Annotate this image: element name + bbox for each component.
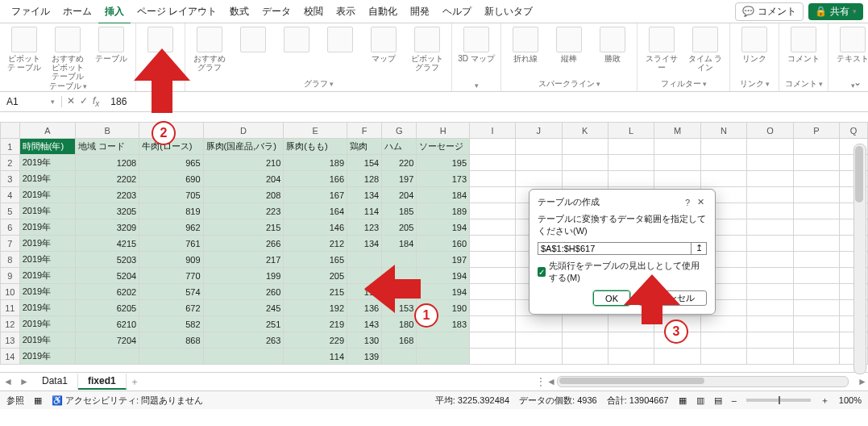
tab-自動化[interactable]: 自動化 <box>362 0 404 23</box>
cell[interactable]: 時間軸(年) <box>19 139 75 155</box>
cell[interactable]: 184 <box>417 187 470 203</box>
cell[interactable]: 114 <box>347 284 382 300</box>
comment-button[interactable]: 💬コメント <box>735 2 804 21</box>
cell[interactable] <box>470 349 516 365</box>
cell[interactable] <box>562 171 608 187</box>
col-header[interactable]: H <box>417 123 470 139</box>
row-header[interactable]: 8 <box>1 252 20 268</box>
ribbon-item[interactable]: マップ <box>364 27 403 63</box>
cell[interactable] <box>470 236 516 252</box>
cell[interactable] <box>470 332 516 349</box>
ribbon-item[interactable]: スライサー <box>642 27 681 72</box>
cell[interactable] <box>470 284 516 300</box>
cell[interactable]: 2019年 <box>19 332 75 349</box>
cell[interactable]: 229 <box>284 332 347 349</box>
view-layout-icon[interactable]: ▤ <box>714 395 722 406</box>
cell[interactable]: 6210 <box>76 316 139 332</box>
col-header[interactable]: P <box>793 123 839 139</box>
cell[interactable] <box>747 187 793 203</box>
cell[interactable] <box>747 252 793 268</box>
cell[interactable]: 130 <box>347 332 382 349</box>
row-header[interactable]: 6 <box>1 219 20 236</box>
cell[interactable]: 868 <box>139 332 203 349</box>
col-header[interactable]: O <box>747 123 793 139</box>
tab-ファイル[interactable]: ファイル <box>5 0 56 23</box>
cell[interactable]: 4215 <box>76 236 139 252</box>
cell[interactable] <box>654 139 701 155</box>
cell[interactable]: 114 <box>347 203 382 219</box>
tab-ホーム[interactable]: ホーム <box>56 0 98 23</box>
cell[interactable]: 豚肉(国産品,バラ) <box>203 139 284 155</box>
row-header[interactable]: 14 <box>1 349 20 365</box>
cell[interactable]: 266 <box>203 236 284 252</box>
cell[interactable] <box>347 268 382 284</box>
cell[interactable]: 199 <box>203 268 284 284</box>
col-header[interactable]: A <box>19 123 75 139</box>
cell[interactable] <box>470 316 516 332</box>
sheet-tab-fixed1[interactable]: fixed1 <box>78 374 127 390</box>
cell[interactable] <box>382 252 417 268</box>
row-header[interactable]: 12 <box>1 316 20 332</box>
cell[interactable] <box>747 300 793 316</box>
cell[interactable] <box>700 155 746 171</box>
col-header[interactable]: F <box>347 123 382 139</box>
tab-ヘルプ[interactable]: ヘルプ <box>436 0 478 23</box>
col-header[interactable]: K <box>562 123 608 139</box>
cell[interactable] <box>470 203 516 219</box>
tab-新しいタブ[interactable]: 新しいタブ <box>478 0 539 23</box>
sheet-tab-Data1[interactable]: Data1 <box>32 374 78 390</box>
cell[interactable]: 3209 <box>76 219 139 236</box>
fx-icon[interactable]: fx <box>93 95 99 108</box>
cell[interactable]: 212 <box>284 236 347 252</box>
col-header[interactable]: L <box>608 123 654 139</box>
cell[interactable] <box>562 332 608 349</box>
cell[interactable] <box>516 332 562 349</box>
cell[interactable]: 263 <box>203 332 284 349</box>
cell[interactable] <box>747 332 793 349</box>
cell[interactable] <box>608 155 654 171</box>
cell[interactable]: 189 <box>417 203 470 219</box>
cell[interactable]: 197 <box>417 252 470 268</box>
cell[interactable]: 165 <box>284 252 347 268</box>
row-header[interactable]: 7 <box>1 236 20 252</box>
cell[interactable]: 143 <box>347 316 382 332</box>
cell[interactable]: 136 <box>347 300 382 316</box>
tab-データ[interactable]: データ <box>255 0 297 23</box>
cell[interactable]: 245 <box>203 300 284 316</box>
cell[interactable]: 2019年 <box>19 219 75 236</box>
cell[interactable] <box>382 284 417 300</box>
cell[interactable] <box>562 155 608 171</box>
cell[interactable]: 185 <box>382 203 417 219</box>
cell[interactable] <box>470 268 516 284</box>
cell[interactable] <box>417 349 470 365</box>
cell[interactable]: 180 <box>382 316 417 332</box>
row-header[interactable]: 11 <box>1 300 20 316</box>
cell[interactable]: 210 <box>203 155 284 171</box>
cell[interactable]: 204 <box>382 187 417 203</box>
cell[interactable] <box>347 252 382 268</box>
col-header[interactable]: I <box>470 123 516 139</box>
cell[interactable]: 2019年 <box>19 268 75 284</box>
macro-icon[interactable]: ▦ <box>34 395 42 406</box>
cell[interactable] <box>203 349 284 365</box>
cell[interactable]: 582 <box>139 316 203 332</box>
row-header[interactable]: 13 <box>1 332 20 349</box>
cell[interactable]: 205 <box>382 219 417 236</box>
cell[interactable]: 194 <box>417 219 470 236</box>
cell[interactable]: 819 <box>139 203 203 219</box>
cell[interactable]: 168 <box>382 332 417 349</box>
cell[interactable] <box>608 332 654 349</box>
ribbon-item[interactable]: テキスト <box>833 27 868 63</box>
hscroll-right-icon[interactable]: ► <box>857 376 868 387</box>
zoom-slider[interactable] <box>746 399 811 402</box>
cell[interactable]: 164 <box>284 203 347 219</box>
cell[interactable]: 2019年 <box>19 300 75 316</box>
cell[interactable]: 153 <box>382 300 417 316</box>
spreadsheet-grid[interactable]: ABCDEFGHIJKLMNOPQ1時間軸(年)地域 コード牛肉(ロース)豚肉(… <box>0 122 868 372</box>
cell[interactable]: 192 <box>284 300 347 316</box>
cell[interactable]: 139 <box>347 349 382 365</box>
tab-表示[interactable]: 表示 <box>330 0 362 23</box>
ok-button[interactable]: OK <box>593 290 630 306</box>
cell[interactable] <box>608 171 654 187</box>
cell[interactable] <box>700 171 746 187</box>
